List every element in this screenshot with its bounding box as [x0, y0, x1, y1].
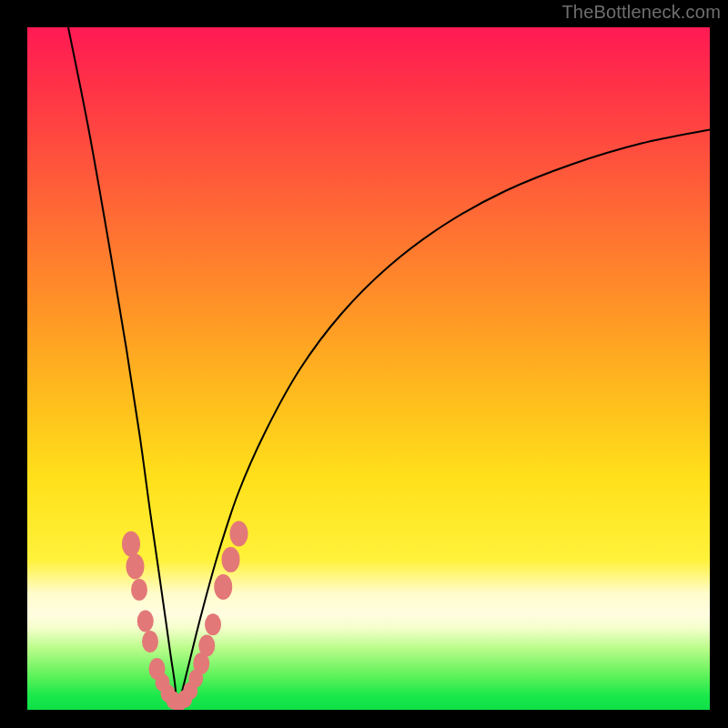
- scatter-dot: [142, 631, 158, 652]
- scatter-dot: [122, 531, 140, 557]
- scatter-dot: [214, 574, 232, 600]
- scatter-dot: [126, 554, 145, 580]
- attribution-label: TheBottleneck.com: [561, 2, 721, 23]
- scatter-dot: [205, 613, 221, 635]
- chart-svg: [27, 27, 710, 710]
- chart-frame: TheBottleneck.com: [0, 0, 728, 728]
- scatter-dot: [222, 547, 240, 572]
- scatter-dot: [131, 579, 147, 601]
- scatter-dot: [198, 635, 215, 657]
- scatter-dot: [230, 521, 248, 547]
- curve-left-branch: [68, 27, 177, 710]
- curve-right-branch: [177, 130, 710, 711]
- scatter-dot: [137, 611, 154, 632]
- chart-plot-area: [27, 27, 710, 710]
